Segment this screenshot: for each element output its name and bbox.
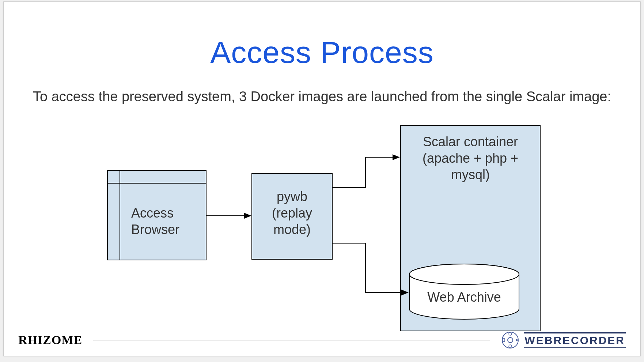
pywb-label-1: pywb [277,189,307,204]
slide-footer: RHIZOME WEBRECORDER [18,331,626,349]
webrecorder-icon [501,331,519,349]
pywb-box: pywb (replay mode) [252,173,332,259]
scalar-label-2: (apache + php + [423,151,518,166]
web-archive-label: Web Archive [427,290,501,305]
footer-right-text: WEBRECORDER [524,332,626,348]
arrow-pywb-to-scalar [332,157,398,188]
footer-right-brand: WEBRECORDER [501,331,626,349]
scalar-label-3: mysql) [451,167,490,182]
access-browser-box: Access Browser [107,170,206,260]
pywb-label-2: (replay [272,205,312,220]
svg-point-10 [509,345,512,348]
slide: Access Process To access the preserved s… [3,1,641,356]
architecture-diagram: Access Browser pywb (replay mode) Scalar… [4,2,640,356]
svg-point-6 [409,264,519,284]
access-browser-label-2: Browser [131,222,179,237]
svg-point-8 [508,338,513,343]
footer-divider [93,340,490,340]
svg-point-9 [509,332,512,335]
arrow-pywb-to-archive [332,243,407,293]
footer-left-brand: RHIZOME [18,333,82,347]
web-archive-cylinder: Web Archive [409,264,519,319]
access-browser-label-1: Access [131,205,174,220]
svg-rect-12 [503,339,505,342]
pywb-label-3: mode) [273,222,311,237]
scalar-label-1: Scalar container [423,134,518,149]
